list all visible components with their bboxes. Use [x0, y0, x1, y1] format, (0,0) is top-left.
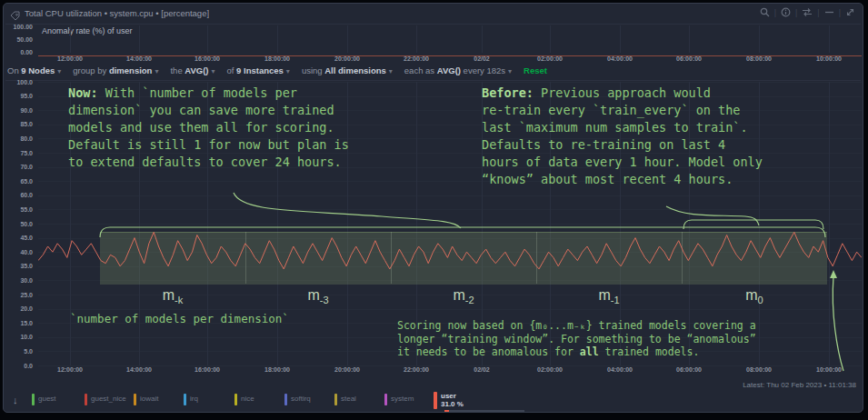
mini-x-tick: 04:00:00 — [607, 55, 633, 62]
band-separator — [682, 232, 683, 284]
legend-item-system[interactable]: system — [384, 394, 414, 405]
toolbar-divider — [5, 80, 861, 81]
mini-y-tick: 100.00 — [0, 24, 33, 30]
main-y-tick: 85.0 — [0, 121, 33, 127]
main-x-tick: 14:00:00 — [126, 366, 152, 373]
toolbar-dropdown-1[interactable]: group by dimension▾ — [73, 65, 158, 75]
main-y-tick: 95.0 — [0, 93, 33, 99]
legend-label: softirq — [291, 394, 311, 405]
main-x-tick: 18:00:00 — [264, 366, 290, 373]
main-y-tick: 90.0 — [0, 107, 33, 114]
chart-toolbar-icons: | | | | — [760, 7, 855, 17]
mini-x-tick: 14:00:00 — [126, 55, 152, 62]
legend-value-track — [444, 410, 524, 412]
main-y-tick: 100.0 — [0, 79, 33, 85]
legend-item-softirq[interactable]: softirq — [284, 394, 311, 405]
legend-color-bar — [234, 394, 237, 405]
reset-button[interactable]: Reset — [524, 65, 547, 75]
legend-item-iowait[interactable]: iowait — [134, 394, 158, 405]
legend-item-guest[interactable]: guest — [32, 394, 56, 405]
anomaly-line — [38, 55, 862, 56]
mini-x-tick: 06:00:00 — [676, 55, 702, 62]
main-x-tick: 12:00:00 — [57, 366, 83, 373]
model-label: m-3 — [307, 287, 328, 305]
legend-label: guest — [38, 394, 56, 405]
mini-x-tick: 10:00:00 — [816, 55, 842, 62]
main-x-tick: 16:00:00 — [195, 366, 220, 373]
mini-x-tick: 22:00:00 — [404, 55, 429, 62]
info-icon[interactable] — [781, 7, 791, 17]
legend-item-steal[interactable]: steal — [334, 394, 356, 405]
main-y-tick: 45.0 — [0, 235, 33, 241]
legend-color-bar — [434, 392, 437, 409]
anomaly-rate-chart[interactable] — [38, 25, 862, 55]
main-x-tick: 08:00:00 — [746, 366, 772, 373]
mini-x-tick: 16:00:00 — [195, 55, 220, 62]
chevron-down-icon: ▾ — [286, 67, 290, 75]
legend-color-bar — [384, 394, 387, 405]
minus-icon[interactable] — [824, 7, 834, 17]
legend-item-guest_nice[interactable]: guest_nice — [85, 394, 126, 405]
band-separator — [536, 232, 537, 284]
zoom-icon[interactable] — [760, 7, 770, 17]
toolbar-dropdown-5[interactable]: each as AVG() every 182s▾ — [404, 65, 512, 75]
legend-color-bar — [32, 394, 35, 405]
main-x-tick: 06:00:00 — [676, 366, 702, 373]
toolbar-dropdown-4[interactable]: using All dimensions▾ — [302, 65, 393, 75]
mini-y-tick: 50.00 — [0, 36, 33, 43]
legend-item-user[interactable]: user 31.0 % — [434, 392, 464, 409]
main-x-tick: 02:00:00 — [537, 366, 563, 373]
main-y-tick: 10.0 — [0, 334, 33, 340]
legend-item-nice[interactable]: nice — [234, 394, 254, 405]
annotation-now: Now: With `number of models perdimension… — [68, 85, 349, 171]
compare-icon[interactable] — [802, 7, 813, 17]
main-y-tick: 35.0 — [0, 263, 33, 269]
chevron-down-icon: ▾ — [212, 67, 215, 75]
legend-selected-value: 31.0 % — [441, 400, 464, 408]
main-y-tick: 80.0 — [0, 135, 33, 142]
mini-x-tick: 02:00:00 — [537, 55, 563, 62]
main-y-tick: 75.0 — [0, 150, 33, 156]
main-x-tick: 22:00:00 — [404, 366, 429, 373]
annotation-models-caption: `number of models per dimension` — [70, 312, 289, 325]
model-label: m-2 — [453, 287, 474, 305]
mini-x-tick: 18:00:00 — [264, 55, 290, 62]
tag-icon — [10, 8, 20, 25]
chevron-down-icon: ▾ — [508, 67, 512, 75]
model-label: m-1 — [598, 287, 619, 305]
main-x-tick: 02/02 — [474, 366, 490, 373]
legend-color-bar — [334, 394, 337, 405]
main-y-tick: 20.0 — [0, 305, 33, 312]
download-icon[interactable]: ↓ — [13, 395, 18, 405]
legend-item-irq[interactable]: irq — [184, 394, 198, 405]
main-y-tick: 0.0 — [0, 363, 33, 369]
toolbar-dropdown-3[interactable]: of 9 Instances▾ — [227, 65, 290, 75]
annotation-before: Before: Previous approach wouldre-train … — [482, 85, 763, 188]
main-x-tick: 20:00:00 — [334, 366, 360, 373]
model-label: m-k — [163, 287, 184, 305]
mini-x-tick: 20:00:00 — [334, 55, 360, 62]
annotation-scoring: Scoring now based on {m₀...m₋ₖ} trained … — [397, 319, 756, 359]
chevron-down-icon: ▾ — [57, 67, 61, 75]
legend-label: guest_nice — [91, 394, 126, 405]
mini-x-tick: 08:00:00 — [746, 55, 772, 62]
legend-color-bar — [134, 394, 136, 405]
model-label: m0 — [745, 287, 763, 305]
app-window: Total CPU utilization • system.cpu • [pe… — [0, 0, 868, 420]
mini-x-tick: 12:00:00 — [57, 55, 83, 62]
mini-x-tick: 02/02 — [474, 55, 490, 62]
toolbar-dropdown-0[interactable]: On 9 Nodes▾ — [7, 65, 61, 75]
legend-label: nice — [241, 394, 254, 405]
legend-selected-label: user — [441, 392, 464, 400]
main-y-tick: 50.0 — [0, 221, 33, 227]
anomaly-chart-label: Anomaly rate (%) of user — [42, 26, 133, 35]
main-y-tick: 15.0 — [0, 320, 33, 326]
main-y-tick: 55.0 — [0, 206, 33, 213]
pan-icon[interactable] — [845, 7, 855, 17]
toolbar-dropdown-2[interactable]: the AVG()▾ — [170, 65, 215, 75]
legend-color-bar — [184, 394, 186, 405]
main-y-tick: 25.0 — [0, 292, 33, 298]
mini-y-tick: 0.00 — [0, 49, 33, 55]
chevron-down-icon: ▾ — [389, 67, 393, 75]
legend-color-bar — [284, 394, 287, 405]
